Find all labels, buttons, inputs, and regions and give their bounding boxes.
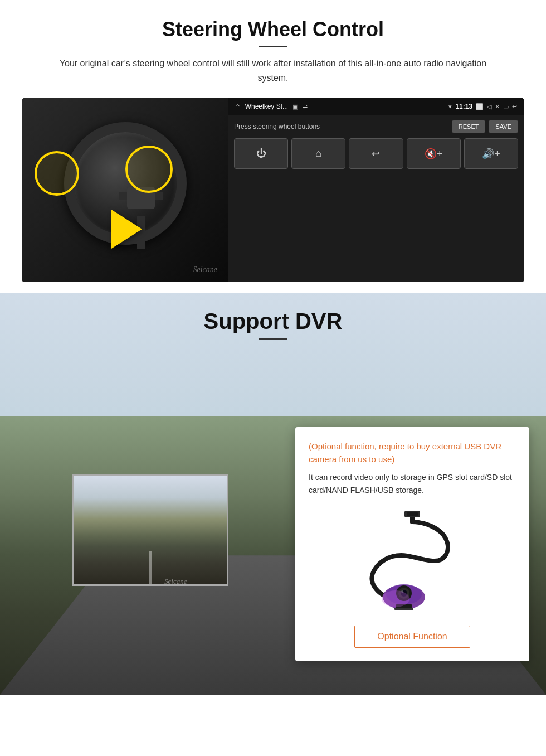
wifi-icon: ▾ bbox=[448, 103, 452, 110]
svg-rect-2 bbox=[407, 512, 418, 516]
optional-function-button[interactable]: Optional Function bbox=[354, 626, 470, 648]
steering-subtitle: Your original car’s steering wheel contr… bbox=[45, 56, 501, 85]
button-group: RESET SAVE bbox=[452, 120, 518, 133]
image-icon: ▣ bbox=[292, 103, 298, 110]
reset-button[interactable]: RESET bbox=[452, 120, 486, 133]
steering-instruction-text: Press steering wheel buttons bbox=[234, 123, 320, 130]
camera-icon: ⬜ bbox=[476, 103, 484, 110]
dvr-title-area: Support DVR bbox=[0, 309, 546, 340]
yellow-arrow-icon bbox=[111, 210, 142, 249]
android-statusbar: ⌂ Wheelkey St... ▣ ⇌ ▾ 11:13 ⬜ ◁ ✕ ▭ ↩ bbox=[228, 98, 524, 115]
dvr-camera-svg bbox=[351, 511, 474, 611]
steering-buttons-grid: ⏻ ⌂ ↩ 🔇+ 🔊+ bbox=[234, 138, 518, 169]
home-icon: ⌂ bbox=[235, 101, 241, 112]
highlight-circle-right bbox=[125, 146, 173, 193]
dvr-thumbnail-image bbox=[74, 476, 227, 584]
volume-down-icon: 🔇+ bbox=[425, 148, 443, 160]
seicane-watermark-steering: Seicane bbox=[193, 265, 217, 274]
android-head-unit: ⌂ Wheelkey St... ▣ ⇌ ▾ 11:13 ⬜ ◁ ✕ ▭ ↩ bbox=[228, 98, 524, 282]
seicane-watermark-dvr: Seicane bbox=[164, 577, 187, 586]
steering-title: Steering Wheel Control bbox=[22, 18, 524, 41]
dvr-camera-thumbnail bbox=[72, 474, 228, 586]
home-btn-cell[interactable]: ⌂ bbox=[291, 138, 345, 169]
close-icon: ✕ bbox=[495, 103, 500, 110]
dvr-camera-image-area bbox=[309, 505, 516, 617]
dvr-title: Support DVR bbox=[0, 309, 546, 334]
dvr-title-divider bbox=[259, 338, 287, 340]
back-btn-icon: ↩ bbox=[372, 148, 380, 160]
steering-image-container: Seicane ⌂ Wheelkey St... ▣ ⇌ ▾ 11:13 ⬜ ◁… bbox=[22, 98, 524, 282]
app-name-label: Wheelkey St... bbox=[245, 103, 288, 110]
steering-section: Steering Wheel Control Your original car… bbox=[0, 0, 546, 293]
screen-icon: ▭ bbox=[503, 103, 509, 110]
power-icon: ⏻ bbox=[256, 148, 266, 159]
volume-up-icon: 🔊+ bbox=[482, 148, 500, 160]
vol-down-btn-cell[interactable]: 🔇+ bbox=[407, 138, 461, 169]
save-button[interactable]: SAVE bbox=[489, 120, 518, 133]
statusbar-right-icons: ▾ 11:13 ⬜ ◁ ✕ ▭ ↩ bbox=[448, 103, 517, 110]
statusbar-left: ⌂ Wheelkey St... ▣ ⇌ bbox=[235, 101, 308, 112]
dvr-info-card: (Optional function, require to buy exter… bbox=[295, 427, 529, 661]
svg-point-11 bbox=[382, 590, 410, 607]
highlight-circle-left bbox=[35, 151, 79, 196]
road-line-center bbox=[149, 551, 152, 584]
clock-display: 11:13 bbox=[455, 103, 472, 110]
dvr-section: Support DVR Seicane (Optional function, … bbox=[0, 293, 546, 695]
android-main-content: Press steering wheel buttons RESET SAVE … bbox=[228, 115, 524, 282]
dvr-description-text: It can record video only to storage in G… bbox=[309, 471, 516, 496]
steering-control-header: Press steering wheel buttons RESET SAVE bbox=[234, 120, 518, 133]
home-btn-icon: ⌂ bbox=[315, 148, 321, 159]
back-icon: ↩ bbox=[512, 103, 517, 110]
title-divider bbox=[259, 46, 287, 47]
power-btn-cell[interactable]: ⏻ bbox=[234, 138, 288, 169]
usb-icon: ⇌ bbox=[303, 103, 308, 110]
back-btn-cell[interactable]: ↩ bbox=[349, 138, 403, 169]
svg-rect-10 bbox=[394, 608, 413, 610]
vol-up-btn-cell[interactable]: 🔊+ bbox=[464, 138, 518, 169]
dvr-optional-text: (Optional function, require to buy exter… bbox=[309, 440, 516, 466]
volume-icon: ◁ bbox=[487, 103, 491, 110]
steering-photo: Seicane bbox=[22, 98, 228, 282]
